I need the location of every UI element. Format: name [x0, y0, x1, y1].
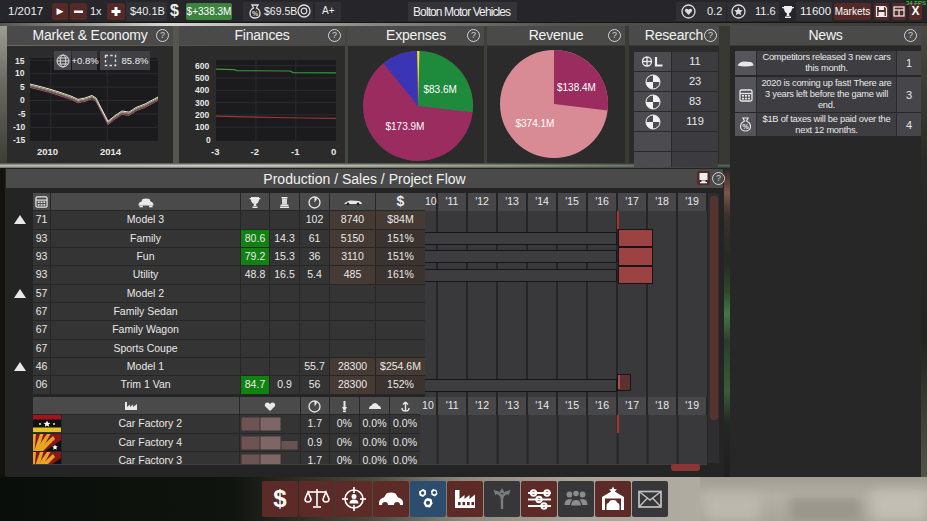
svg-text:$83.6M: $83.6M: [423, 84, 456, 95]
svg-text:$138.4M: $138.4M: [557, 82, 596, 93]
svg-text:$173.9M: $173.9M: [385, 121, 424, 132]
svg-text:%: %: [742, 123, 749, 130]
svg-text:%: %: [252, 10, 259, 17]
svg-text:$374.1M: $374.1M: [516, 118, 555, 129]
